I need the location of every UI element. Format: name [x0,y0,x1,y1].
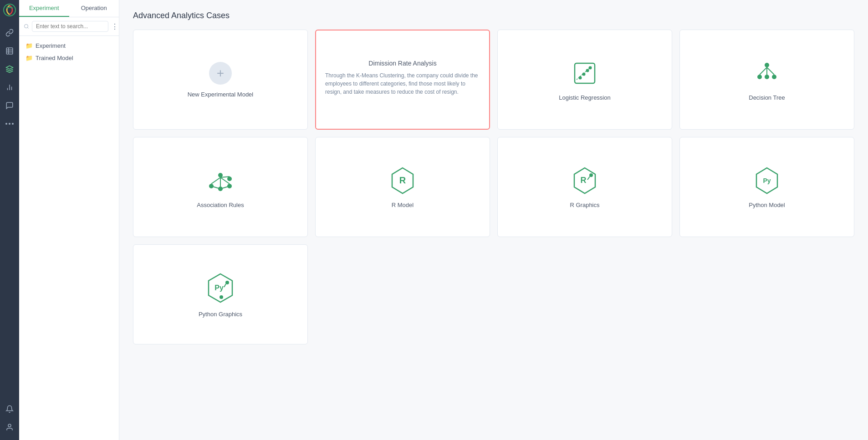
card-dimission-description: Through the K-Means Clustering, the comp… [325,71,480,96]
card-new-experimental-label: New Experimental Model [188,91,254,98]
decision-tree-icon [752,59,781,88]
tab-experiment[interactable]: Experiment [19,0,69,17]
svg-point-20 [765,63,769,67]
experiment-label: Experiment [36,42,66,49]
svg-point-11 [8,424,11,427]
search-icon [24,24,29,29]
app-logo [3,4,16,16]
svg-line-24 [760,67,767,75]
nav-tabs: Experiment Operation [19,0,119,17]
cards-grid: + New Experimental Model Dimission Rate … [133,30,854,344]
sidebar-link-icon[interactable] [1,25,18,41]
sidebar-chat-icon[interactable] [1,97,18,114]
svg-point-21 [757,75,762,79]
svg-point-48 [225,281,229,284]
menu-dots-icon[interactable]: ⋮ [111,22,118,31]
svg-point-8 [5,123,7,125]
sidebar-user-icon[interactable] [1,419,18,435]
svg-point-49 [220,295,223,299]
svg-point-23 [772,75,776,79]
sidebar-more-icon[interactable] [1,116,18,132]
svg-text:R: R [399,175,406,185]
svg-point-10 [12,123,14,125]
svg-line-32 [211,177,220,184]
card-association-rules[interactable]: Association Rules [133,137,308,237]
tab-operation[interactable]: Operation [69,0,119,17]
card-python-model[interactable]: Py Python Model [679,137,854,237]
card-r-model-label: R Model [392,202,414,208]
card-python-graphics[interactable]: Py Python Graphics [133,244,308,344]
card-decision-tree-label: Decision Tree [749,94,785,101]
folder-icon: 📁 [26,42,33,49]
r-graphics-icon: R [570,166,599,195]
svg-text:R: R [581,176,587,185]
sidebar-tool-icon[interactable] [1,61,18,77]
sidebar-item-trained-model[interactable]: 📁 Trained Model [19,52,119,64]
r-model-icon: R [388,166,417,195]
python-graphics-icon: Py [204,272,237,304]
svg-rect-1 [6,48,13,54]
card-python-graphics-label: Python Graphics [199,311,242,318]
folder-icon-2: 📁 [26,55,33,61]
card-dimission-title: Dimission Rate Analysis [325,60,480,67]
card-python-model-label: Python Model [749,202,785,208]
nav-search-bar: ⋮ [19,17,119,36]
add-circle-icon: + [209,62,232,85]
page-title: Advanced Analytics Cases [133,11,854,20]
main-content: Advanced Analytics Cases + New Experimen… [119,0,868,440]
svg-point-42 [589,173,593,177]
card-dimission-rate[interactable]: Dimission Rate Analysis Through the K-Me… [315,30,490,130]
svg-line-43 [587,177,590,180]
scatter-icon [570,59,599,88]
svg-point-9 [9,123,10,125]
python-model-icon: Py [752,166,781,195]
card-r-graphics[interactable]: R R Graphics [497,137,672,237]
svg-text:Py: Py [214,284,224,292]
sidebar-item-experiment[interactable]: 📁 Experiment [19,40,119,52]
svg-text:Py: Py [763,177,771,184]
svg-line-26 [767,67,774,75]
svg-line-50 [224,284,226,287]
card-association-rules-label: Association Rules [197,202,244,208]
card-r-model[interactable]: R R Model [315,137,490,237]
sidebar-bell-icon[interactable] [1,401,18,417]
svg-point-12 [25,25,28,28]
card-decision-tree[interactable]: Decision Tree [679,30,854,130]
card-new-experimental[interactable]: + New Experimental Model [133,30,308,130]
sidebar-chart-icon[interactable] [1,79,18,96]
svg-point-27 [218,173,223,177]
sidebar-icon-panel [0,0,19,440]
network-icon [206,166,235,195]
card-logistic-regression[interactable]: Logistic Regression [497,30,672,130]
nav-tree: 📁 Experiment 📁 Trained Model [19,36,119,68]
sidebar-table-icon[interactable] [1,43,18,59]
search-input[interactable] [32,21,108,32]
svg-line-13 [27,27,28,28]
svg-point-17 [586,69,589,72]
trained-model-label: Trained Model [36,55,73,61]
card-logistic-regression-label: Logistic Regression [559,94,610,101]
svg-point-31 [227,177,232,181]
svg-point-22 [765,75,769,79]
card-r-graphics-label: R Graphics [570,202,599,208]
nav-panel: Experiment Operation ⋮ 📁 Experiment 📁 Tr… [19,0,119,440]
